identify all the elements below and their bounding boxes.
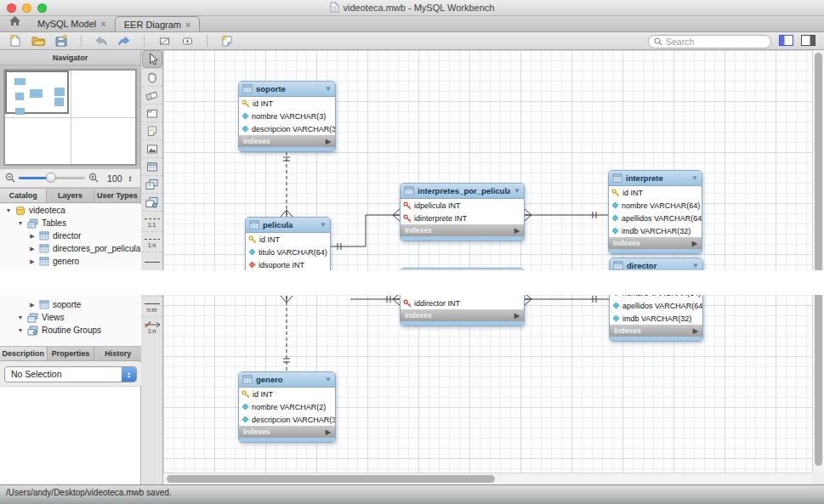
column-row[interactable]: imdb VARCHAR(32) bbox=[610, 312, 702, 325]
column-row[interactable]: idinterprete INT bbox=[401, 212, 524, 224]
zoom-in-icon[interactable] bbox=[88, 171, 99, 186]
navigator-viewport[interactable] bbox=[5, 71, 69, 114]
column-row[interactable]: descripcion VARCHAR(32) bbox=[239, 413, 335, 426]
collapse-arrow-icon[interactable]: ▼ bbox=[325, 85, 332, 93]
open-folder-icon[interactable] bbox=[30, 33, 47, 48]
indexes-bar[interactable]: Indexes▶ bbox=[401, 309, 524, 321]
column-row[interactable]: nombre VARCHAR(3) bbox=[239, 110, 335, 122]
new-document-icon[interactable] bbox=[7, 33, 24, 48]
selection-dropdown[interactable]: No Selection▲▼ bbox=[4, 366, 137, 382]
tab-close-icon[interactable]: × bbox=[100, 19, 105, 29]
vertical-scrollbar-thumb[interactable] bbox=[815, 53, 822, 466]
tree-item-videoteca[interactable]: ▼videoteca bbox=[0, 204, 141, 217]
redo-icon[interactable] bbox=[116, 33, 133, 48]
disclosure-triangle[interactable]: ▶ bbox=[29, 246, 36, 252]
search-box[interactable] bbox=[648, 35, 771, 48]
table-soporte[interactable]: soporte▼id INTnombre VARCHAR(3)descripci… bbox=[238, 81, 336, 152]
tab-user-types[interactable]: User Types bbox=[94, 189, 140, 202]
tab-layers[interactable]: Layers bbox=[47, 189, 94, 202]
collapse-arrow-icon[interactable]: ▼ bbox=[514, 187, 520, 195]
search-input[interactable] bbox=[666, 37, 751, 47]
collapse-arrow-icon[interactable]: ▼ bbox=[320, 221, 327, 229]
disclosure-triangle[interactable]: ▶ bbox=[29, 233, 36, 240]
collapse-arrow-icon[interactable]: ▼ bbox=[692, 262, 699, 269]
tool-table[interactable] bbox=[142, 157, 162, 175]
tool-rel-n-m[interactable]: n:m bbox=[142, 296, 162, 316]
tool-image[interactable] bbox=[142, 139, 162, 157]
tool-eraser[interactable] bbox=[142, 86, 162, 104]
column-row[interactable]: titulo VARCHAR(64) bbox=[246, 246, 330, 258]
table-interprete[interactable]: interprete▼id INTnombre VARCHAR(64)apell… bbox=[608, 170, 702, 254]
column-row[interactable]: nombre VARCHAR(64) bbox=[609, 199, 702, 212]
navigator-thumbnail[interactable] bbox=[3, 69, 137, 166]
boxed-plus-icon[interactable] bbox=[179, 33, 196, 48]
tool-routine-group[interactable] bbox=[142, 193, 162, 211]
new-note-icon[interactable] bbox=[219, 33, 236, 48]
column-row[interactable]: idpelicula INT bbox=[401, 199, 524, 212]
collapse-arrow-icon[interactable]: ▼ bbox=[691, 174, 698, 182]
undo-icon[interactable] bbox=[93, 33, 110, 48]
zoom-stepper[interactable]: ▲▼ bbox=[128, 175, 133, 182]
tab-description[interactable]: Description bbox=[0, 347, 48, 360]
slashed-square-icon[interactable] bbox=[156, 33, 173, 48]
column-row[interactable]: nombre VARCHAR(2) bbox=[239, 400, 335, 413]
tree-item-soporte[interactable]: ▶soporte bbox=[0, 298, 141, 311]
eer-diagram-canvas[interactable]: soporte▼id INTnombre VARCHAR(3)descripci… bbox=[163, 50, 824, 484]
zoom-slider-knob[interactable] bbox=[46, 173, 56, 183]
tool-rel-1-n[interactable]: 1:n bbox=[142, 231, 162, 252]
tab-catalog[interactable]: Catalog bbox=[0, 189, 47, 202]
tab-mysql-model[interactable]: MySQL Model × bbox=[29, 16, 115, 31]
tree-item-tables[interactable]: ▼Tables bbox=[0, 217, 141, 229]
home-tab[interactable] bbox=[0, 14, 29, 31]
tool-rel-1-1-identifying[interactable] bbox=[142, 252, 162, 272]
column-row[interactable]: apellidos VARCHAR(64) bbox=[609, 212, 702, 224]
disclosure-triangle[interactable]: ▼ bbox=[17, 314, 24, 320]
disclosure-triangle[interactable]: ▶ bbox=[29, 302, 36, 309]
connector-pelicula-interpretes_por_pelicula[interactable] bbox=[331, 215, 400, 246]
column-row[interactable]: id INT bbox=[239, 388, 335, 400]
zoom-out-icon[interactable] bbox=[5, 171, 15, 186]
horizontal-scrollbar[interactable] bbox=[163, 473, 812, 484]
tree-item-director[interactable]: ▶director bbox=[0, 229, 141, 242]
indexes-bar[interactable]: Indexes▶ bbox=[610, 325, 702, 337]
tool-rel-pick-columns[interactable]: 1:n bbox=[142, 316, 162, 337]
zoom-slider[interactable] bbox=[19, 177, 85, 179]
column-row[interactable]: apellidos VARCHAR(64) bbox=[610, 299, 702, 312]
disclosure-triangle[interactable]: ▼ bbox=[17, 220, 24, 226]
dropdown-stepper-icon[interactable]: ▲▼ bbox=[122, 367, 136, 382]
tool-rel-1-1[interactable]: 1:1 bbox=[142, 211, 162, 231]
tool-note[interactable] bbox=[142, 122, 162, 139]
column-row[interactable]: idsoporte INT bbox=[246, 258, 330, 271]
indexes-bar[interactable]: Indexes▶ bbox=[609, 237, 702, 249]
column-row[interactable]: descripcion VARCHAR(32) bbox=[239, 122, 335, 135]
disclosure-triangle[interactable]: ▶ bbox=[29, 258, 36, 265]
tree-item-routine-groups[interactable]: ▼Routine Groups bbox=[0, 324, 141, 337]
tool-view[interactable] bbox=[142, 175, 162, 193]
tab-history[interactable]: History bbox=[94, 347, 141, 360]
tab-close-icon[interactable]: × bbox=[185, 20, 190, 30]
tool-layer[interactable] bbox=[142, 104, 162, 122]
tool-select[interactable] bbox=[142, 50, 162, 68]
column-row[interactable]: id INT bbox=[246, 233, 330, 246]
tool-pan[interactable] bbox=[142, 68, 162, 86]
column-row[interactable]: id INT bbox=[609, 186, 702, 199]
vertical-scrollbar[interactable] bbox=[812, 50, 824, 473]
save-icon[interactable] bbox=[53, 33, 70, 48]
tree-item-views[interactable]: ▼Views bbox=[0, 311, 141, 324]
column-row[interactable]: id INT bbox=[239, 97, 335, 110]
disclosure-triangle[interactable]: ▼ bbox=[5, 207, 12, 213]
indexes-bar[interactable]: Indexes▶ bbox=[401, 224, 524, 236]
tree-item-genero[interactable]: ▶genero bbox=[0, 255, 141, 268]
tab-eer-diagram[interactable]: EER Diagram × bbox=[115, 16, 201, 31]
column-row[interactable]: imdb VARCHAR(32) bbox=[609, 224, 702, 237]
table-interpretes_por_pelicula[interactable]: interpretes_por_pelicula▼idpelicula INTi… bbox=[400, 183, 525, 241]
column-row[interactable]: iddirector INT bbox=[401, 297, 524, 309]
table-genero[interactable]: genero▼id INTnombre VARCHAR(2)descripcio… bbox=[238, 371, 336, 443]
disclosure-triangle[interactable]: ▼ bbox=[17, 327, 24, 333]
toggle-left-sidebar-icon[interactable] bbox=[779, 34, 793, 49]
tree-item-directores_por_pelicula[interactable]: ▶directores_por_pelicula bbox=[0, 242, 141, 255]
collapse-arrow-icon[interactable]: ▼ bbox=[325, 376, 332, 383]
horizontal-scrollbar-thumb[interactable] bbox=[167, 475, 495, 483]
toggle-right-sidebar-icon[interactable] bbox=[801, 34, 815, 49]
indexes-bar[interactable]: Indexes▶ bbox=[239, 426, 335, 438]
